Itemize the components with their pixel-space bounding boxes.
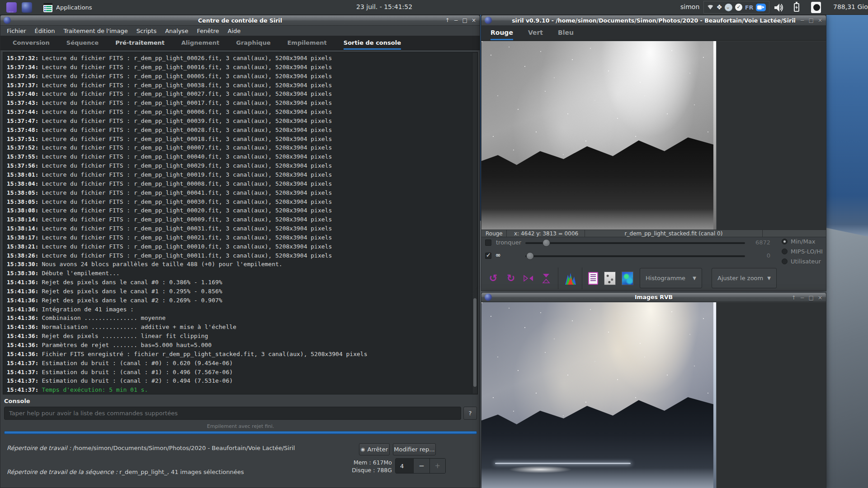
menu-item[interactable]: Aide [228,28,241,34]
log-timestamp: 15:41:36: [7,297,38,304]
console-log[interactable]: 15:37:32:Lecture du fichier FITS : r_dem… [3,52,478,394]
maximize-button[interactable]: □ [462,15,467,26]
control-window-titlebar[interactable]: Centre de contrôle de Siril ↑ − □ × [0,15,480,26]
battery-icon[interactable] [794,3,799,12]
siril-launcher-icon[interactable] [22,2,32,13]
launcher-app-icon[interactable] [6,2,17,13]
minimize-button[interactable]: − [454,15,458,26]
radio-icon[interactable] [782,249,788,254]
tab[interactable]: Empilement [287,36,326,50]
updates-ok-icon[interactable]: ✓ [735,4,742,11]
log-scrollbar[interactable] [473,53,477,394]
log-line: 15:37:47:Lecture du fichier FITS : r_dem… [7,117,477,126]
tab[interactable]: Alignement [181,36,219,50]
zoom-select[interactable]: Ajuster le zoom ▼ [712,268,777,288]
log-timestamp: 15:38:05: [7,198,38,205]
control-window-title: Centre de contrôle de Siril [0,17,480,24]
radio-icon[interactable] [782,239,788,244]
tab[interactable]: Graphique [236,36,270,50]
log-line: 15:38:17:Lecture du fichier FITS : r_dem… [7,233,477,242]
help-button[interactable]: ? [463,407,477,420]
radio-icon[interactable] [782,258,788,264]
log-line: 15:37:40:Lecture du fichier FITS : r_dem… [7,89,477,99]
close-button[interactable]: × [818,293,822,303]
image-canvas[interactable] [481,41,826,230]
close-button[interactable]: × [472,15,476,26]
log-scrollbar-thumb[interactable] [473,298,476,387]
threads-value[interactable]: 4 [396,459,413,473]
tab[interactable]: Pré-traitement [115,36,165,50]
shade-button[interactable]: ↑ [791,293,796,303]
low-level-slider[interactable] [525,255,745,257]
log-timestamp: 15:37:34: [7,64,38,70]
shade-button[interactable]: ↑ [791,15,796,26]
high-level-slider[interactable] [525,242,745,244]
menu-item[interactable]: Scripts [137,28,156,34]
wifi-icon[interactable] [707,5,714,9]
maximize-button[interactable]: □ [809,293,814,303]
negative-view-icon[interactable] [604,272,616,285]
progress-status-text: Empilement avec rejet fini. [0,423,481,429]
log-message: Lecture du fichier FITS : r_dem_pp_light… [42,225,332,232]
tray-app-icon[interactable] [725,4,732,11]
image-window-titlebar[interactable]: siril v0.9.10 - /home/simon/Documents/Si… [481,15,826,26]
high-level-slider-handle[interactable] [542,239,550,247]
fits-header-icon[interactable] [588,272,598,285]
link-channels-checkbox[interactable] [485,253,491,259]
recorder-tray-icon[interactable] [811,2,821,13]
keyboard-layout-indicator[interactable]: FR [745,4,754,11]
command-input[interactable] [4,407,461,420]
log-timestamp: 15:38:21: [7,243,38,250]
maximize-button[interactable]: □ [809,15,814,26]
menu-item[interactable]: Fenêtre [197,28,219,34]
stop-button[interactable]: ◉ Arrêter [359,443,390,455]
radio-option[interactable]: MIPS-LO/HI [782,246,823,256]
spin-decrement-button[interactable]: − [413,459,429,473]
menu-item[interactable]: Traitement de l'image [63,28,127,34]
menu-item[interactable]: Édition [35,28,55,34]
menu-item[interactable]: Fichier [7,28,26,34]
flip-horizontal-icon[interactable] [523,272,534,284]
shade-button[interactable]: ↑ [445,15,449,26]
rgb-image-canvas[interactable] [481,302,826,488]
volume-icon[interactable] [774,3,785,13]
change-directory-button[interactable]: Modifier rep... [393,443,436,455]
sequence-directory-row: Répertoire de travail de la séquence : r… [7,469,244,475]
low-level-slider-handle[interactable] [526,252,534,260]
menu-item[interactable]: Analyse [165,28,188,34]
minimize-button[interactable]: − [800,15,805,26]
tab[interactable]: Conversion [13,36,50,50]
histogram-icon[interactable] [564,272,576,284]
rotate-left-icon[interactable]: ↺ [487,272,499,284]
tab[interactable]: Sortie de console [344,36,401,50]
rotate-right-icon[interactable]: ↻ [505,272,517,284]
channel-tab[interactable]: Rouge [491,26,513,40]
radio-label: Utilisateur [791,258,821,265]
rgb-preview-image[interactable] [481,302,716,488]
grayscale-preview-image[interactable] [481,41,716,230]
log-message: Lecture du fichier FITS : r_dem_pp_light… [42,153,332,160]
zoom-video-icon[interactable] [756,4,766,11]
rgb-window-titlebar[interactable]: Images RVB ↑ − □ × [481,293,826,302]
spin-increment-button[interactable]: + [429,459,445,473]
minimize-button[interactable]: − [800,293,805,303]
chevron-down-icon: ▼ [767,276,771,281]
tab[interactable]: Séquence [66,36,99,50]
panel-clock[interactable]: 23 juil. - 15:41:52 [356,3,412,10]
display-mode-select[interactable]: Histogramme ▼ [640,268,702,288]
foreground-haze [481,209,716,230]
channel-tab[interactable]: Bleu [558,26,574,40]
flip-vertical-icon[interactable] [540,272,552,284]
applications-menu-button[interactable]: Applications [39,0,96,15]
false-color-icon[interactable] [622,272,633,285]
dropbox-icon[interactable]: ❖ [716,3,722,11]
display-mode-value: Histogramme [646,275,685,282]
radio-option[interactable]: Min/Max [782,236,823,246]
close-button[interactable]: × [818,15,822,26]
log-timestamp: 15:38:30: [7,270,38,277]
low-level-value: 0 [750,252,770,259]
channel-tab[interactable]: Vert [528,26,543,40]
username-label: simon [680,3,699,10]
threads-spinbox: 4 − + [395,458,446,474]
truncate-checkbox[interactable] [485,239,491,246]
